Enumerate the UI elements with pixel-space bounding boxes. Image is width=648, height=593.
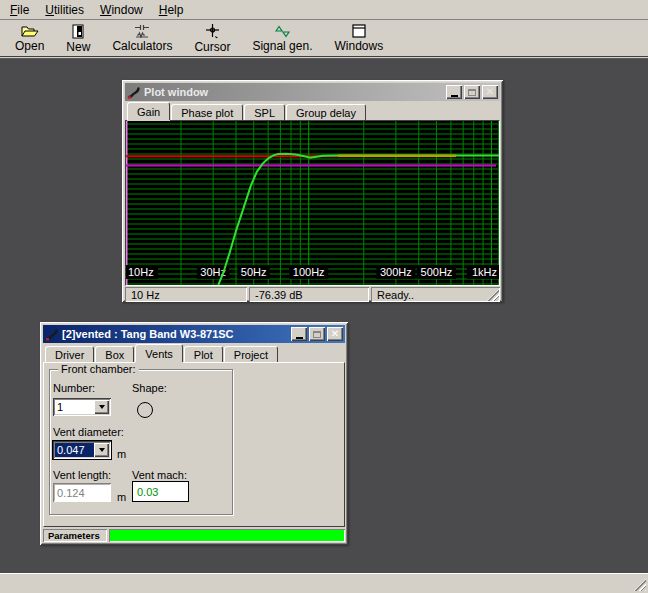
svg-text:10Hz: 10Hz [128,266,154,278]
vent-shape-circle-icon[interactable] [137,402,153,418]
front-chamber-legend: Front chamber: [58,363,139,375]
app-statusbar [0,573,648,593]
new-document-icon [69,24,87,39]
vent-length-unit: m [117,491,126,503]
app-root: { "menu": { "items": [ { "label": "File"… [0,0,648,593]
vent-diameter-unit: m [117,448,126,460]
cursor-crosshair-icon [203,24,221,39]
vented-window-title: [2]vented : Tang Band W3-871SC [62,328,288,340]
vented-project-window: [2]vented : Tang Band W3-871SC ✕ DriverB… [40,322,348,545]
new-button[interactable]: New [55,22,101,55]
vent-length-input[interactable]: 0.124 [53,483,111,502]
vented-tab-project[interactable]: Project [224,346,278,362]
svg-text:300Hz: 300Hz [380,266,412,278]
plot-tab-gain[interactable]: Gain [127,102,170,120]
dropdown-button[interactable] [94,400,109,414]
vented-tab-plot[interactable]: Plot [184,346,223,362]
close-button[interactable]: ✕ [482,85,498,99]
number-label: Number: [53,382,95,394]
front-chamber-groupbox: Front chamber: Number: 1 Shape: Vent dia… [49,369,233,515]
parameters-panel: Parameters [43,529,107,542]
toolbar-button-label: New [66,40,90,54]
svg-text:100Hz: 100Hz [293,266,325,278]
plot-window: Plot window ✕ GainPhase plotSPLGroup del… [122,80,503,302]
vent-diameter-value[interactable]: 0.047 [55,443,94,457]
vented-tab-box[interactable]: Box [95,346,134,362]
chevron-down-icon [99,405,105,409]
close-button[interactable]: ✕ [327,327,343,341]
toolbar-button-label: Open [15,39,44,53]
svg-text:500Hz: 500Hz [421,266,453,278]
status-state: Ready.. [371,287,500,302]
calculators-icon [133,24,151,38]
minimize-button[interactable] [291,327,307,341]
cursor-button[interactable]: Cursor [183,22,241,55]
signal-gen-button[interactable]: Signal gen. [241,22,323,55]
app-window-icon [45,328,59,341]
vented-statusbar: Parameters [43,529,345,542]
toolbar-button-label: Windows [334,39,383,53]
menu-help[interactable]: Help [151,1,192,19]
signal-generator-icon [273,24,291,38]
open-folder-icon [21,24,39,38]
app-resize-grip[interactable] [634,579,646,591]
menu-window[interactable]: Window [92,1,151,19]
maximize-button[interactable] [464,85,480,99]
menu-utilities[interactable]: Utilities [37,1,92,19]
toolbar-button-label: Cursor [194,40,230,54]
vent-diameter-combobox[interactable]: 0.047 [53,441,111,459]
vented-window-titlebar[interactable]: [2]vented : Tang Band W3-871SC ✕ [43,325,345,343]
chevron-down-icon [99,448,105,452]
vented-tab-driver[interactable]: Driver [45,346,94,362]
maximize-button[interactable] [309,327,325,341]
plot-tab-phase-plot[interactable]: Phase plot [171,104,243,120]
dropdown-button[interactable] [94,443,109,457]
menu-file[interactable]: File [2,1,37,19]
vent-mach-readout: 0.03 [132,481,189,502]
open-button[interactable]: Open [4,22,55,55]
shape-label: Shape: [132,382,167,394]
plot-tab-group-delay[interactable]: Group delay [286,104,366,120]
mdi-workspace: Plot window ✕ GainPhase plotSPLGroup del… [0,58,648,573]
svg-text:1kHz: 1kHz [472,266,497,278]
plot-tab-strip: GainPhase plotSPLGroup delay [125,102,500,120]
vents-tab-panel: Front chamber: Number: 1 Shape: Vent dia… [43,362,345,527]
status-frequency: 10 Hz [125,287,247,302]
plot-tab-spl[interactable]: SPL [244,104,285,120]
vent-mach-label: Vent mach: [132,469,187,481]
toolbar: Open New Calculators Cursor Signal gen. … [0,20,648,57]
vent-number-value[interactable]: 1 [55,400,94,414]
vent-length-label: Vent length: [53,469,111,481]
app-window-icon [127,86,141,99]
plot-statusbar: 10 Hz -76.39 dB Ready.. [125,287,500,302]
svg-text:50Hz: 50Hz [241,266,267,278]
windows-icon [350,24,368,38]
minimize-button[interactable] [446,85,462,99]
vented-tab-strip: DriverBoxVentsPlotProject [43,344,345,362]
gain-plot[interactable]: 10Hz30Hz50Hz100Hz300Hz500Hz1kHz [125,120,500,286]
plot-window-titlebar[interactable]: Plot window ✕ [125,83,500,101]
vent-diameter-label: Vent diameter: [53,426,124,438]
status-level: -76.39 dB [249,287,369,302]
calculators-button[interactable]: Calculators [101,22,183,55]
plot-window-title: Plot window [144,86,443,98]
menu-bar: FileUtilitiesWindowHelp [0,0,648,20]
toolbar-button-label: Calculators [112,39,172,53]
vent-number-combobox[interactable]: 1 [53,398,111,416]
toolbar-button-label: Signal gen. [252,39,312,53]
vented-tab-vents[interactable]: Vents [135,344,183,362]
windows-button[interactable]: Windows [323,22,394,55]
progress-bar [109,529,345,542]
